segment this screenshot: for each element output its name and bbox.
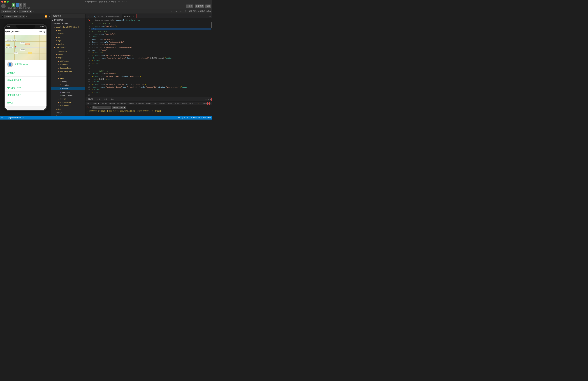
- minimize-button[interactable]: [4, 1, 6, 3]
- menu-item-cloud[interactable]: 云调用: [5, 99, 46, 107]
- console-eye-icon[interactable]: 👁: [89, 106, 91, 108]
- tree-item-addfunction[interactable]: ▶ addFunction: [51, 59, 85, 63]
- tab-projectconfig[interactable]: project.config.json: [104, 14, 122, 18]
- console-tab-structure[interactable]: 结构: [95, 98, 102, 101]
- subtab-storage[interactable]: Storage: [180, 102, 188, 105]
- console-minimize-icon[interactable]: −: [208, 98, 209, 101]
- breadcrumb-back[interactable]: ←: [91, 19, 92, 21]
- cloud-button[interactable]: ⟳: [23, 3, 26, 7]
- breadcrumb-miniprogram[interactable]: miniprogram: [94, 19, 103, 21]
- tree-item-indexwxml[interactable]: ◈ index.wxml: [51, 87, 85, 90]
- tree-item-pages[interactable]: ▼ pages: [51, 56, 85, 59]
- subtab-application[interactable]: Application: [135, 102, 145, 105]
- tree-item-indexjs[interactable]: ● index.js: [51, 80, 85, 83]
- close-button[interactable]: [1, 1, 3, 3]
- clear-console-icon[interactable]: 🚫: [86, 106, 89, 108]
- console-settings2-icon[interactable]: ⚙: [210, 102, 211, 104]
- real-machine-label[interactable]: 真机调试: [198, 10, 205, 12]
- breadcrumb-map[interactable]: map: [137, 19, 140, 21]
- menu-item-function[interactable]: 快速新建云函数: [5, 91, 46, 99]
- console-level-select[interactable]: Default levels: [112, 106, 126, 109]
- subtab-sources[interactable]: Sources: [101, 102, 108, 105]
- menu-item-database[interactable]: 前端操作数据库: [5, 77, 46, 84]
- run-icon[interactable]: ▷: [97, 15, 100, 18]
- tree-item-miniprogram[interactable]: ▼ miniprogram: [51, 46, 85, 49]
- refresh-icon[interactable]: ↺: [170, 10, 173, 13]
- rotate-icon[interactable]: ⟳: [42, 15, 43, 18]
- tree-item-im[interactable]: ▶ im: [51, 73, 85, 77]
- editor-scrollbar[interactable]: [211, 22, 212, 97]
- tree-item-login[interactable]: ▶ login: [51, 39, 85, 42]
- status-more-icon[interactable]: ⋯: [4, 117, 6, 119]
- subtab-trace[interactable]: Trace: [188, 102, 194, 105]
- tree-item-userunlogin[interactable]: 🖼 user-unlogin.png: [51, 94, 85, 97]
- version-button[interactable]: 版本管理: [195, 4, 204, 8]
- phone-toolbar-more[interactable]: ⋯: [48, 15, 50, 18]
- menu-item-im[interactable]: 即时通信 Demo: [5, 84, 46, 91]
- breadcrumb-viewcontainer[interactable]: view.container: [126, 19, 135, 21]
- tree-item-style[interactable]: ▶ style: [51, 107, 85, 111]
- breadcrumb-pages[interactable]: pages: [105, 19, 109, 21]
- console-tab-output[interactable]: 输出: [109, 98, 116, 101]
- breadcrumb-icon[interactable]: ☰: [90, 15, 93, 18]
- tree-item-appjs[interactable]: ● app.js: [51, 111, 85, 114]
- editor-button[interactable]: ✎: [16, 3, 19, 7]
- open-editors-header[interactable]: ▶ 打开的编辑器: [51, 18, 85, 22]
- eye-icon[interactable]: 👁: [1, 117, 3, 119]
- preview-label[interactable]: 预览: [193, 10, 197, 12]
- subtab-appdata[interactable]: AppData: [158, 102, 166, 105]
- console-prompt[interactable]: >: [87, 112, 211, 114]
- subtab-network[interactable]: Network: [108, 102, 116, 105]
- subtab-sensor[interactable]: Sensor: [173, 102, 180, 105]
- tree-item-deployfunctions[interactable]: ▶ deployFunctions: [51, 70, 85, 73]
- tree-item-userconsole[interactable]: ▶ userConsole: [51, 104, 85, 107]
- window-controls[interactable]: [1, 1, 9, 3]
- code-editor[interactable]: 2 3 4 5 6 7 8 9 10 11 12 13 14 15 16 17 …: [85, 22, 212, 97]
- tree-item-userinfo[interactable]: ▶ userinfo: [51, 42, 85, 46]
- compile-select[interactable]: 普通编译: [19, 10, 32, 13]
- search-editor-icon[interactable]: 🔍: [93, 15, 96, 18]
- tree-item-databaseguide[interactable]: ▶ databaseGuide: [51, 66, 85, 70]
- tree-item-chooselib[interactable]: ▶ chooseLib: [51, 63, 85, 66]
- breadcrumb-index[interactable]: index: [110, 19, 114, 21]
- tree-item-callback[interactable]: ▶ callback: [51, 32, 85, 36]
- tree-item-indexjson[interactable]: {} index.json: [51, 83, 85, 87]
- console-tab-debug[interactable]: 调试器: [87, 98, 95, 101]
- tree-item-openapi[interactable]: ▶ openapi: [51, 97, 85, 101]
- tree-item-index[interactable]: ▼ index: [51, 77, 85, 80]
- subtab-mock[interactable]: Mock: [153, 102, 158, 105]
- tree-item-components[interactable]: ▶ components: [51, 49, 85, 53]
- tree-item-db[interactable]: ▶ db: [51, 36, 85, 39]
- tree-item-storageconsole[interactable]: ▶ storageConsole: [51, 101, 85, 104]
- mode-select[interactable]: 小程序模式: [1, 10, 16, 13]
- detail-button[interactable]: 详情: [205, 4, 211, 8]
- subtab-console[interactable]: Console: [92, 102, 100, 105]
- tree-item-auth[interactable]: ▶ auth: [51, 29, 85, 32]
- tab-close-icon[interactable]: ✕: [133, 15, 134, 17]
- console-tab-issues[interactable]: 问题: [102, 98, 109, 101]
- project-header[interactable]: ▼ MINIPROGRAM-66: [51, 22, 85, 25]
- menu-item-upload[interactable]: 上传图片: [5, 69, 46, 77]
- tree-item-images[interactable]: ▶ images: [51, 53, 85, 56]
- compile-label[interactable]: 编译: [189, 10, 192, 12]
- more-editor-icon[interactable]: ⋯: [208, 15, 211, 18]
- split-editor-icon[interactable]: ⊞: [86, 15, 89, 18]
- tree-item-appjson[interactable]: {} app.json: [51, 114, 85, 116]
- tree-item-indexwxss[interactable]: ◈ index.wxss: [51, 90, 85, 94]
- clear-cache-label[interactable]: 清缓存: [206, 10, 211, 12]
- filter-icon[interactable]: ⊡: [101, 15, 104, 18]
- subtab-audits[interactable]: Audits: [167, 102, 173, 105]
- preview-icon[interactable]: 👁: [175, 10, 178, 13]
- upload-code-icon[interactable]: ▲: [179, 10, 183, 13]
- tree-item-cloudfunctions[interactable]: ▼ cloudfunctions | 当前环境: test: [51, 25, 85, 29]
- explorer-more[interactable]: ⋯: [83, 15, 84, 17]
- simulate-button[interactable]: ⬜: [12, 3, 15, 7]
- settings-icon[interactable]: ⚙: [184, 10, 187, 13]
- console-expand-icon[interactable]: ⊞: [208, 102, 209, 104]
- subtab-wxml[interactable]: Wxml: [86, 102, 92, 105]
- wifi-icon[interactable]: 📶: [44, 15, 47, 18]
- subtab-performance[interactable]: Performance: [116, 102, 127, 105]
- breadcrumb-file[interactable]: index.wxml: [116, 19, 124, 21]
- console-close-icon[interactable]: ✕: [210, 98, 211, 101]
- code-content[interactable]: <!--index.wxml--> <view class="container…: [91, 22, 211, 97]
